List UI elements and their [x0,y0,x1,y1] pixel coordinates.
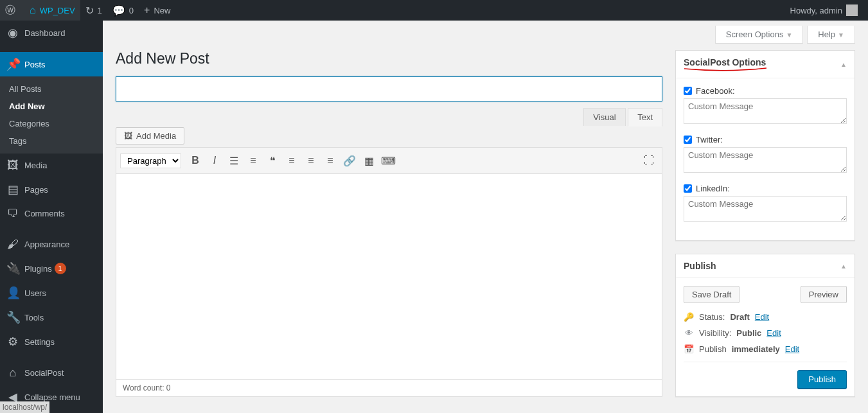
sidebar-item-media[interactable]: 🖾Media [0,154,103,177]
italic-button[interactable]: I [206,152,224,170]
sidebar-item-socialpost[interactable]: ⌂SocialPost [0,361,103,385]
fullscreen-button[interactable]: ⛶ [640,152,658,170]
post-title-input[interactable] [116,76,662,101]
sidebar-item-pages[interactable]: ▤Pages [0,177,103,202]
home-icon: ⌂ [30,4,36,16]
comments-link[interactable]: 💬0 [107,0,139,21]
pushpin-icon: 📌 [6,57,19,71]
chevron-up-icon: ▲ [840,61,847,68]
chevron-up-icon: ▲ [840,263,847,270]
social-field-linkedin: LinkedIn: [684,184,847,224]
sidebar-item-users[interactable]: 👤Users [0,281,103,305]
comment-icon: 🗨 [6,207,19,220]
plugins-icon: 🔌 [6,261,19,276]
updates-icon: ↻ [85,4,94,17]
sidebar-item-appearance[interactable]: 🖌Appearance [0,233,103,256]
admin-bar: ⓦ ⌂WP_DEV ↻1 💬0 +New Howdy, admin [0,0,868,21]
avatar [846,4,858,16]
add-media-button[interactable]: 🖼Add Media [116,127,184,145]
account-link[interactable]: Howdy, admin [785,0,863,21]
bullet-list-button[interactable]: ☰ [225,152,243,170]
sidebar-item-label: Posts [24,60,46,69]
media-icon: 🖾 [6,159,19,172]
sidebar-item-label: SocialPost [24,368,64,378]
editor-tab-text[interactable]: Text [628,108,662,127]
facebook-label: Facebook: [696,86,735,96]
sidebar-item-plugins[interactable]: 🔌Plugins1 [0,256,103,281]
numbered-list-button[interactable]: ≡ [244,152,262,170]
howdy-text: Howdy, admin [790,6,842,15]
blockquote-button[interactable]: ❝ [263,152,281,170]
appearance-icon: 🖌 [6,238,19,251]
schedule-row: 📅 Publish immediately Edit [684,344,847,354]
submenu-categories[interactable]: Categories [0,115,103,132]
editor-statusbar: Word count: 0 [116,380,662,397]
align-center-button[interactable]: ≡ [302,152,320,170]
wp-logo[interactable]: ⓦ [0,0,24,21]
bold-button[interactable]: B [186,152,204,170]
editor-tab-visual[interactable]: Visual [583,108,625,126]
screen-options-button[interactable]: Screen Options▼ [715,26,804,44]
sidebar-item-posts[interactable]: 📌Posts [0,52,103,76]
social-field-twitter: Twitter: [684,135,847,175]
comments-count: 0 [129,6,134,15]
align-right-button[interactable]: ≡ [321,152,339,170]
chevron-down-icon: ▼ [786,31,792,39]
facebook-message-input[interactable] [684,98,847,124]
twitter-label: Twitter: [696,135,723,145]
collapse-label: Collapse menu [24,392,80,402]
socialpost-header[interactable]: SocialPost Options ▲ [676,51,855,78]
submenu-add-new[interactable]: Add New [0,98,103,115]
socialpost-metabox: SocialPost Options ▲ Facebook: Twitter: [675,50,855,241]
new-content-link[interactable]: +New [139,0,175,21]
sidebar-item-dashboard[interactable]: ◉Dashboard [0,21,103,45]
help-button[interactable]: Help▼ [807,26,855,44]
preview-button[interactable]: Preview [801,286,847,303]
edit-status-link[interactable]: Edit [755,312,769,322]
settings-icon: ⚙ [6,335,19,349]
socialpost-title: SocialPost Options [684,57,766,67]
publish-button[interactable]: Publish [797,370,847,389]
linkedin-checkbox[interactable] [684,184,692,193]
publish-title: Publish [684,261,716,271]
publish-header[interactable]: Publish ▲ [676,254,855,278]
eye-icon: 👁 [684,328,694,338]
toolbar-toggle-button[interactable]: ⌨ [379,152,397,170]
sidebar-item-label: Tools [24,313,44,322]
sidebar-item-label: Pages [24,185,48,195]
sidebar-item-label: Users [24,288,46,298]
status-value: Draft [730,312,749,322]
align-left-button[interactable]: ≡ [283,152,301,170]
submenu-tags[interactable]: Tags [0,132,103,150]
editor-area[interactable] [116,174,662,380]
main-content: Screen Options▼ Help▼ Add New Post 🖼Add … [103,21,868,413]
twitter-message-input[interactable] [684,147,847,173]
tools-icon: 🔧 [6,310,19,324]
site-link[interactable]: ⌂WP_DEV [24,0,80,21]
social-field-facebook: Facebook: [684,86,847,126]
link-button[interactable]: 🔗 [341,152,359,170]
page-title: Add New Post [116,50,662,67]
readmore-button[interactable]: ▦ [360,152,378,170]
edit-visibility-link[interactable]: Edit [766,328,781,338]
linkedin-message-input[interactable] [684,196,847,222]
sidebar-item-label: Media [24,161,47,170]
twitter-checkbox[interactable] [684,136,692,144]
sidebar-item-comments[interactable]: 🗨Comments [0,202,103,225]
updates-count: 1 [98,6,102,15]
format-select[interactable]: Paragraph [120,154,181,168]
sidebar-item-label: Comments [24,209,65,218]
submenu-all-posts[interactable]: All Posts [0,80,103,98]
wordpress-icon: ⓦ [5,4,15,17]
facebook-checkbox[interactable] [684,87,692,95]
new-label: New [154,6,170,15]
status-row: 🔑 Status: Draft Edit [684,312,847,322]
sidebar-item-tools[interactable]: 🔧Tools [0,305,103,330]
sidebar-item-label: Plugins [24,264,52,274]
chevron-down-icon: ▼ [838,31,844,39]
sidebar-item-settings[interactable]: ⚙Settings [0,330,103,354]
site-name: WP_DEV [40,6,75,15]
save-draft-button[interactable]: Save Draft [684,286,740,303]
updates-link[interactable]: ↻1 [80,0,107,21]
edit-schedule-link[interactable]: Edit [785,344,799,354]
